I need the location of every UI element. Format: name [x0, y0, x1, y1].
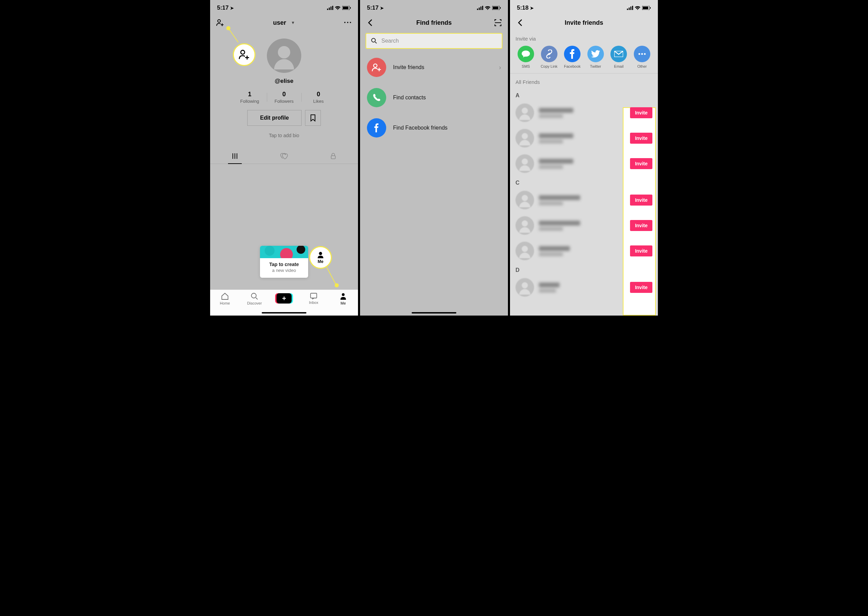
invite-button[interactable]: Invite: [630, 107, 653, 118]
home-indicator: [412, 312, 456, 313]
chevron-right-icon: ›: [499, 64, 501, 71]
section-header: C: [510, 176, 658, 187]
share-twitter[interactable]: Twitter: [585, 46, 606, 68]
bottom-tabbar: Home Discover + Inbox Me: [210, 289, 358, 316]
edit-profile-button[interactable]: Edit profile: [247, 110, 302, 126]
search-input[interactable]: [381, 38, 497, 44]
svg-point-44: [641, 53, 643, 55]
svg-rect-24: [480, 6, 481, 10]
search-input-container[interactable]: [366, 33, 502, 49]
bookmarks-button[interactable]: [305, 110, 321, 126]
invite-button[interactable]: Invite: [630, 158, 653, 169]
svg-rect-41: [650, 7, 651, 9]
share-copylink[interactable]: Copy Link: [539, 46, 560, 68]
avatar: [516, 129, 534, 148]
invite-friends-icon: [367, 58, 386, 77]
invite-via-label: Invite via: [510, 30, 658, 46]
status-indicators: [327, 6, 351, 10]
contact-row: Invite: [510, 100, 658, 126]
svg-rect-25: [482, 6, 483, 10]
status-time: 5:17: [217, 5, 229, 11]
facebook-icon: [367, 118, 386, 137]
share-email[interactable]: Email: [609, 46, 629, 68]
svg-rect-22: [477, 9, 478, 10]
svg-rect-36: [629, 8, 630, 10]
phone-icon: [367, 88, 386, 107]
share-options-row: SMS Copy Link Facebook Twitter Email: [510, 46, 658, 74]
followers-stat[interactable]: 0 Followers: [267, 91, 301, 104]
svg-point-21: [342, 293, 344, 296]
profile-navbar: user ▼ ···: [210, 16, 358, 30]
bio-hint[interactable]: Tap to add bio: [210, 133, 358, 138]
section-header: A: [510, 89, 658, 100]
plus-icon: +: [277, 293, 292, 303]
invite-button[interactable]: Invite: [630, 195, 653, 206]
svg-rect-13: [331, 156, 335, 159]
svg-rect-2: [330, 6, 332, 10]
scan-qr-icon[interactable]: [494, 18, 502, 27]
tab-me[interactable]: Me: [329, 292, 358, 305]
contact-row: Invite: [510, 151, 658, 176]
location-icon: ➤: [230, 5, 234, 11]
tab-home[interactable]: Home: [210, 292, 240, 305]
invite-button[interactable]: Invite: [630, 133, 653, 144]
avatar: [516, 216, 534, 235]
contact-row: Invite: [510, 275, 658, 300]
profile-title[interactable]: user ▼: [273, 19, 295, 27]
svg-point-18: [252, 293, 256, 298]
invite-button[interactable]: Invite: [630, 220, 653, 231]
svg-point-14: [241, 50, 245, 54]
following-stat[interactable]: 1 Following: [233, 91, 267, 104]
invite-friends-row[interactable]: Invite friends ›: [360, 52, 508, 83]
stats-row: 1 Following 0 Followers 0 Likes: [210, 91, 358, 104]
svg-rect-3: [332, 6, 333, 10]
share-other[interactable]: Other: [632, 46, 653, 68]
invite-button[interactable]: Invite: [630, 245, 653, 256]
profile-tabs: [210, 149, 358, 164]
find-friends-navbar: Find friends: [360, 16, 508, 30]
chevron-down-icon: ▼: [291, 20, 295, 25]
tab-grid[interactable]: [210, 149, 259, 163]
share-facebook[interactable]: Facebook: [562, 46, 583, 68]
back-button[interactable]: [366, 18, 374, 27]
svg-rect-23: [479, 8, 480, 10]
avatar: [516, 242, 534, 260]
add-friends-icon[interactable]: [215, 18, 225, 27]
more-options-icon[interactable]: ···: [344, 18, 352, 27]
callout-dot: [335, 283, 339, 288]
svg-rect-35: [627, 9, 628, 10]
avatar: [516, 154, 534, 173]
svg-rect-40: [643, 6, 648, 9]
status-bar: 5:17 ➤: [210, 0, 358, 16]
tab-liked[interactable]: [259, 149, 308, 163]
svg-rect-28: [500, 7, 501, 9]
svg-point-30: [372, 39, 376, 42]
contacts-list: A Invite Invite Invite C Invite Invite: [510, 89, 658, 300]
location-icon: ➤: [380, 5, 384, 11]
back-button[interactable]: [516, 18, 524, 27]
avatar: [516, 191, 534, 209]
tab-private[interactable]: [309, 149, 358, 163]
invite-friends-screen: 5:18 ➤ Invite friends Invite via SMS Cop…: [510, 0, 658, 316]
find-contacts-row[interactable]: Find contacts: [360, 83, 508, 113]
find-friends-screen: 5:17 ➤ Find friends Invite friends ›: [360, 0, 508, 316]
find-facebook-row[interactable]: Find Facebook friends: [360, 113, 508, 143]
contact-row: Invite: [510, 213, 658, 238]
invite-navbar: Invite friends: [510, 16, 658, 30]
tab-inbox[interactable]: Inbox: [299, 292, 329, 305]
status-time: 5:18: [517, 5, 528, 11]
link-icon: [541, 46, 557, 62]
svg-rect-37: [631, 6, 631, 10]
create-video-tooltip[interactable]: Tap to create a new video: [260, 246, 308, 278]
email-icon: [610, 46, 627, 62]
tab-discover[interactable]: Discover: [240, 292, 269, 305]
page-title: Find friends: [417, 19, 452, 27]
invite-button[interactable]: Invite: [630, 282, 653, 293]
callout-add-friends: [233, 43, 256, 66]
tab-create[interactable]: +: [269, 292, 299, 303]
contact-row: Invite: [510, 126, 658, 151]
likes-stat[interactable]: 0 Likes: [301, 91, 336, 104]
more-icon: [634, 46, 650, 62]
share-sms[interactable]: SMS: [516, 46, 536, 68]
avatar[interactable]: [267, 39, 301, 73]
